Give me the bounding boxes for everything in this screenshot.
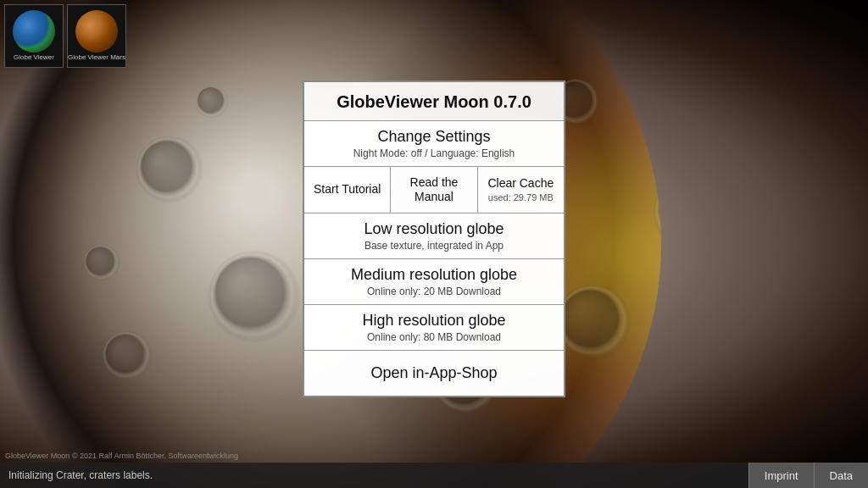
read-manual-label: Read the Manual xyxy=(395,175,472,204)
copyright-text: GlobeViewer Moon © 2021 Ralf Armin Böttc… xyxy=(0,449,243,463)
medium-res-globe-button[interactable]: Medium resolution globe Online only: 20 … xyxy=(304,258,564,304)
low-res-globe-sublabel: Base texture, integrated in App xyxy=(356,240,512,258)
low-res-globe-label: Low resolution globe xyxy=(355,214,512,240)
data-button[interactable]: Data xyxy=(814,463,868,488)
status-text: Initializing Crater, craters labels. xyxy=(0,469,748,481)
main-dialog: GlobeViewer Moon 0.7.0 Change Settings N… xyxy=(303,80,565,397)
bottom-bar: Initializing Crater, craters labels. Imp… xyxy=(0,463,868,488)
top-toolbar: Globe Viewer Globe Viewer Mars xyxy=(0,0,868,72)
change-settings-label: Change Settings xyxy=(369,121,498,147)
open-shop-button[interactable]: Open in-App-Shop xyxy=(304,350,564,396)
medium-res-globe-sublabel: Online only: 20 MB Download xyxy=(359,286,509,304)
start-tutorial-button[interactable]: Start Tutorial xyxy=(304,167,391,213)
start-tutorial-label: Start Tutorial xyxy=(314,182,381,197)
change-settings-sublabel: Night Mode: off / Language: English xyxy=(345,147,524,166)
app-icon-mars[interactable]: Globe Viewer Mars xyxy=(67,4,126,68)
clear-cache-sublabel: used: 29.79 MB xyxy=(488,192,554,202)
actions-row: Start Tutorial Read the Manual Clear Cac… xyxy=(304,166,564,213)
app-icon-earth[interactable]: Globe Viewer xyxy=(4,4,64,68)
change-settings-button[interactable]: Change Settings Night Mode: off / Langua… xyxy=(304,120,564,166)
medium-res-globe-label: Medium resolution globe xyxy=(342,259,526,286)
clear-cache-button[interactable]: Clear Cache used: 29.79 MB xyxy=(478,167,564,213)
imprint-button[interactable]: Imprint xyxy=(748,463,814,488)
earth-app-label: Globe Viewer xyxy=(14,54,54,62)
mars-globe-icon xyxy=(75,10,118,53)
dialog-title: GlobeViewer Moon 0.7.0 xyxy=(304,82,564,120)
read-manual-button[interactable]: Read the Manual xyxy=(391,167,477,213)
low-res-globe-button[interactable]: Low resolution globe Base texture, integ… xyxy=(304,213,564,258)
clear-cache-label: Clear Cache xyxy=(487,176,554,191)
high-res-globe-label: High resolution globe xyxy=(353,305,514,331)
mars-app-label: Globe Viewer Mars xyxy=(68,54,125,62)
high-res-globe-button[interactable]: High resolution globe Online only: 80 MB… xyxy=(304,304,564,350)
earth-globe-icon xyxy=(13,10,55,53)
open-shop-label: Open in-App-Shop xyxy=(362,354,505,392)
high-res-globe-sublabel: Online only: 80 MB Download xyxy=(359,331,509,350)
